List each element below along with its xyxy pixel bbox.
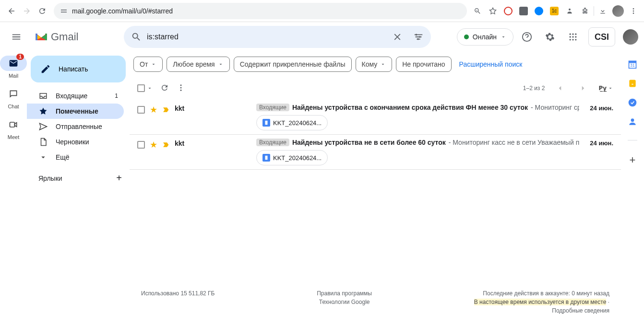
footer: Использовано 15 511,82 ГБ Правила програ… xyxy=(130,261,621,314)
nav-sent[interactable]: Отправленные xyxy=(27,119,124,134)
nav-drafts[interactable]: Черновики xyxy=(27,134,124,150)
settings-button[interactable] xyxy=(540,27,560,47)
forward-button[interactable] xyxy=(19,3,35,19)
svg-point-13 xyxy=(569,36,571,37)
filter-anytime[interactable]: Любое время xyxy=(167,57,229,72)
clear-search-icon[interactable] xyxy=(387,26,408,47)
filter-from[interactable]: От xyxy=(133,57,163,72)
nav-inbox[interactable]: Входящие 1 xyxy=(27,88,124,104)
nav-starred[interactable]: Помеченные xyxy=(27,104,124,119)
svg-point-0 xyxy=(61,10,62,11)
add-label-button[interactable]: + xyxy=(116,173,122,184)
details-link[interactable]: Подробные сведения xyxy=(474,307,609,314)
extensions-icon[interactable] xyxy=(578,4,592,18)
ext-icon-2[interactable] xyxy=(517,4,530,18)
mail-checkbox[interactable] xyxy=(137,106,145,114)
prev-page-button[interactable] xyxy=(552,81,568,96)
org-badge[interactable]: CSI xyxy=(588,27,615,47)
rail-mail[interactable]: 1 Mail xyxy=(0,56,27,79)
rail-chat-label: Chat xyxy=(8,104,19,109)
draft-icon xyxy=(38,137,48,147)
star-icon[interactable]: ★ xyxy=(150,140,157,150)
importance-marker-icon[interactable] xyxy=(162,141,170,149)
star-icon[interactable] xyxy=(486,4,500,18)
divider xyxy=(594,6,594,16)
star-icon[interactable]: ★ xyxy=(150,105,157,115)
mail-sender: kkt xyxy=(175,104,251,112)
terms-link[interactable]: Правила программы xyxy=(317,290,372,297)
ext-icon-5[interactable] xyxy=(563,4,576,18)
rail-meet[interactable]: Meet xyxy=(6,117,21,140)
rail-chat[interactable]: Chat xyxy=(6,86,21,109)
online-indicator-icon xyxy=(464,35,469,39)
mail-checkbox[interactable] xyxy=(137,141,145,149)
download-icon[interactable] xyxy=(596,4,609,18)
next-page-button[interactable] xyxy=(575,81,591,96)
back-button[interactable] xyxy=(4,3,19,19)
inbox-tag: Входящие xyxy=(256,104,289,111)
more-actions-button[interactable] xyxy=(177,83,185,93)
nav-inbox-label: Входящие xyxy=(56,92,107,100)
status-label: Онлайн xyxy=(473,33,497,41)
status-chip[interactable]: Онлайн xyxy=(457,28,513,46)
nav-drafts-label: Черновики xyxy=(56,138,118,146)
mail-subject: Найдены устройства не в сети более 60 су… xyxy=(292,139,446,146)
importance-marker-icon[interactable] xyxy=(162,106,170,114)
svg-point-3 xyxy=(633,8,634,10)
search-input[interactable] xyxy=(147,33,387,41)
contacts-app-icon[interactable] xyxy=(628,117,637,127)
gmail-logo[interactable]: Gmail xyxy=(31,30,120,44)
svg-point-11 xyxy=(572,34,573,35)
nav-sent-label: Отправленные xyxy=(56,123,118,130)
help-button[interactable] xyxy=(517,27,537,47)
svg-point-18 xyxy=(575,39,576,40)
advanced-search-link[interactable]: Расширенный поиск xyxy=(459,60,523,68)
session-warning: В настоящее время используется в другом … xyxy=(474,299,607,305)
reload-button[interactable] xyxy=(35,3,50,19)
svg-point-2 xyxy=(569,8,571,10)
profile-icon[interactable] xyxy=(611,4,625,18)
ext-icon-3[interactable] xyxy=(532,4,546,18)
attachment-name: KKT_20240624... xyxy=(273,119,322,127)
search-icon[interactable] xyxy=(126,26,147,47)
svg-point-28 xyxy=(631,118,634,122)
chat-icon xyxy=(6,86,21,102)
svg-point-21 xyxy=(180,87,182,88)
mail-date: 24 июн. xyxy=(590,139,613,147)
filter-unread[interactable]: Не прочитано xyxy=(396,57,451,72)
zoom-icon[interactable] xyxy=(471,4,484,18)
address-bar[interactable]: mail.google.com/mail/u/0/#starred xyxy=(54,3,467,19)
chevron-down-icon xyxy=(218,61,224,67)
mail-row[interactable]: ★ kkt Входящие Найдены устройства не в с… xyxy=(130,135,621,170)
select-all-checkbox[interactable] xyxy=(137,84,145,92)
filters-bar: От Любое время Содержит прикрепленные фа… xyxy=(130,52,621,77)
search-options-icon[interactable] xyxy=(408,26,429,47)
account-avatar[interactable] xyxy=(623,29,638,45)
add-app-icon[interactable]: + xyxy=(628,154,637,163)
gmail-icon xyxy=(35,30,48,44)
refresh-button[interactable] xyxy=(160,83,169,93)
nav-more[interactable]: Ещё xyxy=(27,150,124,165)
inbox-icon xyxy=(38,91,48,101)
attachment-chip[interactable]: KKT_20240624... xyxy=(256,115,328,130)
select-all[interactable] xyxy=(137,84,153,92)
list-toolbar: 1–2 из 2 Р̲у̲ xyxy=(130,77,621,100)
input-tools-button[interactable]: Р̲у̲ xyxy=(598,85,613,92)
attachment-chip[interactable]: KKT_20240624... xyxy=(256,150,328,165)
ext-icon-1[interactable] xyxy=(501,4,515,18)
calendar-app-icon[interactable]: 31 xyxy=(628,59,637,69)
ext-icon-4[interactable]: 1c xyxy=(548,4,561,18)
chevron-down-icon xyxy=(38,152,48,162)
mail-row[interactable]: ★ kkt Входящие Найдены устройства с окон… xyxy=(130,100,621,135)
filter-attachment[interactable]: Содержит прикрепленные файлы xyxy=(234,57,352,72)
tasks-app-icon[interactable] xyxy=(628,98,637,107)
storage-info: Использовано 15 511,82 ГБ xyxy=(141,290,215,314)
filter-to[interactable]: Кому xyxy=(356,57,393,72)
main-menu-button[interactable] xyxy=(6,26,27,47)
url-text: mail.google.com/mail/u/0/#starred xyxy=(72,7,173,15)
keep-app-icon[interactable] xyxy=(628,79,637,88)
svg-point-12 xyxy=(575,34,576,35)
browser-menu-icon[interactable] xyxy=(627,4,640,18)
apps-button[interactable] xyxy=(563,27,583,47)
compose-button[interactable]: Написать xyxy=(31,56,126,82)
